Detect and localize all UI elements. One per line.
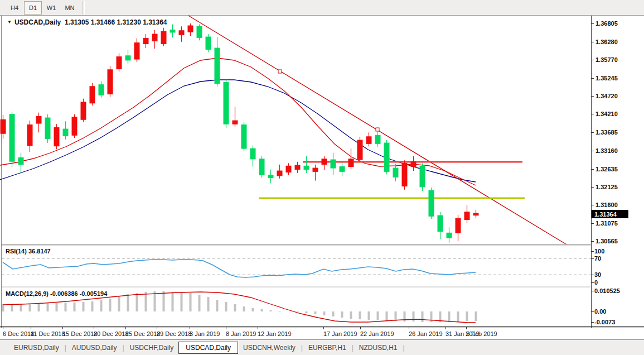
time-axis-label: 25 Dec 2018 xyxy=(125,330,160,337)
price-axis-tick xyxy=(591,23,594,24)
tab-eurgbp-h1[interactable]: EURGBP,H1 xyxy=(303,342,351,353)
price-axis-label: 1.31075 xyxy=(595,220,618,227)
terminal-window: { "toolbar": { "buttons": [ {"label": "H… xyxy=(0,0,644,355)
rsi-axis-tick xyxy=(591,275,594,275)
time-axis-label: 22 Jan 2019 xyxy=(360,330,394,337)
tab-audusd-daily[interactable]: AUDUSD,Daily xyxy=(67,342,122,353)
tab-separator: | xyxy=(352,344,354,352)
price-axis-label: 1.36805 xyxy=(595,20,618,27)
price-axis-tick xyxy=(591,169,594,170)
macd-axis-tick xyxy=(591,311,594,312)
price-axis-label: 1.35770 xyxy=(595,56,618,63)
price-axis-label: 1.32635 xyxy=(595,166,618,172)
price-axis-label: 1.32125 xyxy=(595,184,618,190)
time-axis-tick xyxy=(360,327,361,329)
time-axis-label: 20 Dec 2018 xyxy=(94,330,128,337)
time-axis-tick xyxy=(3,327,3,329)
tab-separator: | xyxy=(403,344,405,352)
time-axis-label: 12 Jan 2019 xyxy=(258,330,292,337)
time-axis-tick xyxy=(62,327,63,329)
rsi-axis-label: 0 xyxy=(594,279,598,286)
price-axis-label: 1.30565 xyxy=(595,238,618,244)
tab-nzdusd-h1[interactable]: NZDUSD,H1 xyxy=(354,342,403,353)
tab-eurusd-daily[interactable]: EURUSD,Daily xyxy=(9,342,64,353)
price-axis-tick xyxy=(591,151,594,151)
macd-axis-label: -0.0073 xyxy=(594,319,615,325)
rsi-axis-label: 30 xyxy=(594,271,601,278)
time-axis-label: 5 Feb 2019 xyxy=(466,330,497,337)
time-axis-tick xyxy=(409,327,409,329)
price-axis-label: 1.31600 xyxy=(595,202,618,208)
time-axis-label: 15 Dec 2018 xyxy=(62,330,97,337)
rsi-axis-label: 70 xyxy=(594,255,601,262)
price-axis-label: 1.33685 xyxy=(595,129,618,136)
tab-usdcad-daily[interactable]: USDCAD,Daily xyxy=(178,342,238,354)
rsi-panel[interactable] xyxy=(2,246,591,286)
price-axis-label: 1.33160 xyxy=(595,147,618,154)
macd-axis-tick xyxy=(591,322,594,323)
macd-panel[interactable] xyxy=(2,288,591,327)
time-axis-tick xyxy=(446,327,446,329)
time-axis-tick xyxy=(258,327,258,329)
price-axis-tick xyxy=(591,60,594,60)
time-axis-label: 8 Jan 2019 xyxy=(226,330,256,337)
price-axis-tick xyxy=(591,114,594,114)
price-axis-tick xyxy=(591,223,594,224)
tab-separator: | xyxy=(123,344,124,352)
time-axis-label: 3 Jan 2019 xyxy=(190,330,220,337)
symbol-tabbar: EURUSD,Daily| AUDUSD,Daily| USDCHF,Daily… xyxy=(0,339,644,355)
time-axis-tick xyxy=(157,327,157,329)
time-axis-tick xyxy=(226,327,226,329)
time-axis-tick xyxy=(94,327,94,329)
time-axis-label: 6 Dec 2018 xyxy=(3,330,34,337)
price-axis-tick xyxy=(591,205,594,205)
rsi-axis-label: 100 xyxy=(594,248,604,255)
macd-axis-label: 0.010525 xyxy=(594,287,620,294)
tab-usdchf-daily[interactable]: USDCHF,Daily xyxy=(125,342,179,353)
price-axis-tick xyxy=(591,187,594,188)
time-axis-tick xyxy=(190,327,190,329)
time-axis-label: 26 Jan 2019 xyxy=(409,330,443,337)
tab-separator: | xyxy=(301,344,303,352)
price-axis-label: 1.36280 xyxy=(595,39,618,45)
price-axis-label: 1.34210 xyxy=(595,111,618,117)
time-axis-label: 17 Jan 2019 xyxy=(323,330,357,337)
rsi-axis-tick xyxy=(591,251,594,252)
time-axis-tick xyxy=(125,327,126,329)
tab-usdcnh-weekly[interactable]: USDCNH,Weekly xyxy=(238,342,301,353)
price-axis-tick xyxy=(591,42,594,42)
macd-axis-tick xyxy=(591,291,594,291)
main-chart-panel[interactable] xyxy=(2,16,591,244)
price-axis-label: 1.35245 xyxy=(595,75,618,81)
tab-separator: | xyxy=(65,344,66,352)
price-axis-label: 1.34720 xyxy=(595,93,618,99)
time-axis-label: 11 Dec 2018 xyxy=(31,330,65,337)
rsi-axis-tick xyxy=(591,258,594,259)
rsi-axis-tick xyxy=(591,282,594,283)
price-axis-tick xyxy=(591,241,594,242)
price-axis-tick xyxy=(591,96,594,97)
macd-axis-label: 0.00 xyxy=(594,308,606,315)
price-axis-tick xyxy=(591,132,594,133)
price-axis-tick xyxy=(591,78,594,79)
time-axis-tick xyxy=(323,327,324,329)
time-axis-label: 29 Dec 2018 xyxy=(157,330,191,337)
time-axis-tick xyxy=(31,327,31,329)
time-axis-tick xyxy=(466,327,467,329)
